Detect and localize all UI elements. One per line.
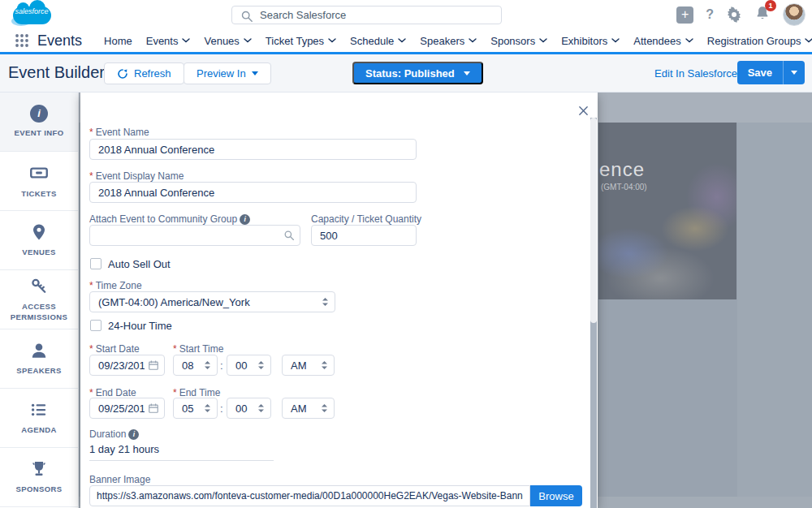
global-search xyxy=(231,6,502,24)
caret-down-icon xyxy=(464,71,470,75)
caret-down-icon xyxy=(252,71,258,75)
end-date-field xyxy=(89,398,165,419)
community-group-field xyxy=(89,225,300,246)
time-zone-label: *Time Zone xyxy=(89,280,142,291)
nav-item-speakers[interactable]: Speakers xyxy=(420,35,477,47)
sidebar-item-speakers[interactable]: SPEAKERS xyxy=(0,329,78,389)
preview-in-button[interactable]: Preview In xyxy=(184,62,271,84)
banner-tint xyxy=(598,123,736,299)
status-button[interactable]: Status: Published xyxy=(352,62,483,84)
sidebar-item-sponsors[interactable]: SPONSORS xyxy=(0,448,78,507)
stepper-icon xyxy=(204,360,211,370)
nav-item-home[interactable]: Home xyxy=(104,35,132,47)
modal-scrollbar-thumb[interactable] xyxy=(590,118,597,323)
end-hour-select[interactable]: 05 xyxy=(173,398,218,419)
nav-item-exhibitors[interactable]: Exhibitors xyxy=(561,35,620,47)
event-banner-preview: ence (GMT-04:00) xyxy=(598,123,736,299)
nav-item-sponsors[interactable]: Sponsors xyxy=(490,35,547,47)
time-zone-select[interactable]: (GMT-04:00) America/New_York xyxy=(89,291,335,312)
browse-button[interactable]: Browse xyxy=(530,485,582,506)
start-hour-select[interactable]: 08 xyxy=(173,355,218,376)
info-icon: i xyxy=(30,105,48,123)
end-time-label: *End Time xyxy=(173,387,220,398)
end-meridiem-select[interactable]: AM xyxy=(282,398,335,419)
capacity-label: Capacity / Ticket Quantity xyxy=(311,213,421,225)
stepper-icon xyxy=(321,403,328,413)
duration-label: Durationi xyxy=(89,428,139,440)
notification-badge: 1 xyxy=(765,0,776,11)
24-hour-time-checkbox[interactable] xyxy=(90,320,102,331)
help-button[interactable]: ? xyxy=(706,7,714,22)
event-display-name-input[interactable] xyxy=(89,182,417,203)
waffle-icon xyxy=(15,33,29,48)
section-divider xyxy=(89,460,274,461)
capacity-input[interactable] xyxy=(311,225,417,246)
start-meridiem-select[interactable]: AM xyxy=(282,355,335,376)
sidebar-item-agenda[interactable]: AGENDA xyxy=(0,389,78,448)
event-name-input[interactable] xyxy=(89,139,417,160)
sidebar-item-venues[interactable]: VENUES xyxy=(0,211,78,270)
nav-item-registration-groups[interactable]: Registration Groups xyxy=(707,35,812,47)
plus-icon: + xyxy=(681,7,689,21)
chevron-down-icon xyxy=(805,38,812,43)
salesforce-logo[interactable]: salesforce xyxy=(10,3,54,27)
search-input[interactable] xyxy=(232,6,501,24)
modal-scrollbar-track[interactable] xyxy=(590,118,597,508)
nav-item-attendees[interactable]: Attendees xyxy=(633,35,693,47)
sidebar-item-tickets[interactable]: TICKETS xyxy=(0,152,78,211)
app-navigation-bar: Events Home Events Venues Ticket Types S… xyxy=(0,29,812,54)
banner-image-url-input[interactable] xyxy=(89,485,530,506)
user-avatar[interactable] xyxy=(783,3,806,26)
gear-icon xyxy=(726,6,742,23)
event-display-name-label: *Event Display Name xyxy=(89,170,184,182)
sidebar-item-event-info[interactable]: i EVENT INFO xyxy=(0,93,78,152)
community-group-label: Attach Event to Community Groupi xyxy=(89,213,250,225)
stepper-icon xyxy=(321,360,328,370)
chevron-down-icon xyxy=(469,38,477,43)
community-group-input[interactable] xyxy=(89,225,300,246)
end-minute-select[interactable]: 00 xyxy=(227,398,271,419)
quick-create-button[interactable]: + xyxy=(676,6,693,24)
info-icon[interactable]: i xyxy=(240,214,250,225)
stepper-icon xyxy=(257,360,265,370)
refresh-icon xyxy=(117,68,128,80)
duration-value: 1 day 21 hours xyxy=(89,443,159,455)
start-date-label: *Start Date xyxy=(89,343,140,355)
app-launcher-button[interactable] xyxy=(15,33,29,48)
save-button[interactable]: Save xyxy=(737,61,805,84)
setup-button[interactable] xyxy=(726,6,742,23)
list-icon xyxy=(29,400,49,420)
nav-item-schedule[interactable]: Schedule xyxy=(350,35,406,47)
banner-image-label: Banner Image xyxy=(89,474,150,485)
chevron-down-icon xyxy=(328,38,336,43)
nav-item-ticket-types[interactable]: Ticket Types xyxy=(266,35,336,47)
info-icon[interactable]: i xyxy=(128,429,139,440)
event-info-panel: *Event Name *Event Display Name Attach E… xyxy=(80,93,598,508)
stepper-icon xyxy=(257,403,265,413)
start-date-field xyxy=(89,355,165,376)
start-minute-select[interactable]: 00 xyxy=(227,355,271,376)
chevron-down-icon xyxy=(398,38,406,43)
page-title: Event Builder xyxy=(8,63,105,82)
overlay-right-panel xyxy=(737,93,812,508)
chevron-down-icon xyxy=(182,38,190,43)
chevron-down-icon xyxy=(539,38,547,43)
edit-in-salesforce-link[interactable]: Edit In Salesforce xyxy=(654,67,737,80)
refresh-button[interactable]: Refresh xyxy=(104,62,184,84)
ticket-icon xyxy=(28,162,50,183)
close-button[interactable] xyxy=(577,103,590,121)
end-date-input[interactable] xyxy=(89,398,165,419)
app-name[interactable]: Events xyxy=(37,32,82,50)
trophy-icon xyxy=(29,459,49,479)
stepper-icon xyxy=(322,297,329,307)
sidebar-item-access-permissions[interactable]: ACCESS PERMISSIONS xyxy=(0,270,78,329)
nav-item-events[interactable]: Events xyxy=(146,35,191,47)
chevron-down-icon xyxy=(685,38,693,43)
start-date-input[interactable] xyxy=(89,355,165,376)
nav-item-venues[interactable]: Venues xyxy=(204,35,251,47)
notifications-button[interactable]: 1 xyxy=(754,5,771,24)
builder-sidebar: i EVENT INFO TICKETS VENUES ACCESS PERMI… xyxy=(0,93,79,508)
logo-text: salesforce xyxy=(10,7,54,15)
close-icon xyxy=(578,105,589,116)
auto-sell-out-checkbox[interactable] xyxy=(90,258,102,269)
